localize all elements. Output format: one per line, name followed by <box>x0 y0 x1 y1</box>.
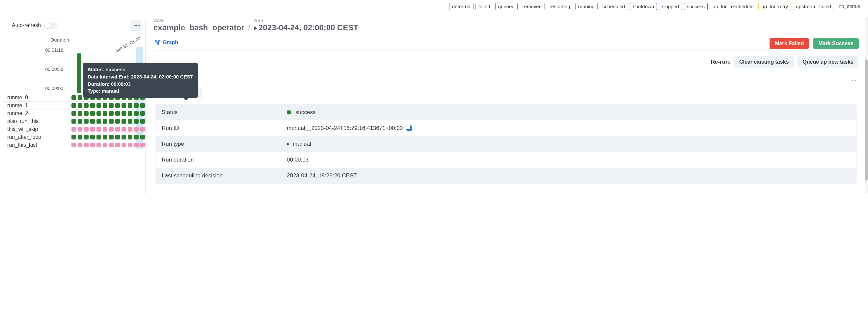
task-instance-cell[interactable] <box>115 127 120 132</box>
legend-removed[interactable]: removed <box>520 3 545 10</box>
legend-up_for_retry[interactable]: up_for_retry <box>758 3 791 10</box>
task-instance-cell[interactable] <box>134 135 138 139</box>
task-instance-cell[interactable] <box>109 111 114 116</box>
task-instance-cell[interactable] <box>128 143 132 147</box>
task-instance-cell[interactable] <box>71 127 76 132</box>
task-instance-cell[interactable] <box>78 135 82 139</box>
task-instance-cell[interactable] <box>128 103 132 108</box>
task-instance-cell[interactable] <box>122 127 126 132</box>
breadcrumb-run-value[interactable]: 2023-04-24, 02:00:00 CEST <box>254 23 358 32</box>
task-instance-cell[interactable] <box>84 119 89 123</box>
task-instance-cell[interactable] <box>103 143 107 147</box>
legend-shutdown[interactable]: shutdown <box>630 3 657 10</box>
task-instance-cell[interactable] <box>78 143 82 147</box>
task-instance-cell[interactable] <box>109 127 114 132</box>
task-instance-cell[interactable] <box>140 119 145 123</box>
task-instance-cell[interactable] <box>78 103 82 108</box>
task-instance-cell[interactable] <box>71 95 76 100</box>
collapse-panel-button[interactable]: →≡ <box>130 20 142 31</box>
vertical-scrollbar[interactable] <box>865 17 868 194</box>
legend-restarting[interactable]: restarting <box>547 3 573 10</box>
task-instance-cell[interactable] <box>84 127 89 132</box>
task-row[interactable]: also_run_this <box>3 117 145 125</box>
task-instance-cell[interactable] <box>115 119 120 123</box>
task-instance-cell[interactable] <box>122 143 126 147</box>
graph-tab[interactable]: Graph <box>153 37 180 50</box>
legend-skipped[interactable]: skipped <box>659 3 682 10</box>
task-instance-cell[interactable] <box>128 111 132 116</box>
breadcrumb-dag-name[interactable]: example_bash_operator <box>153 23 244 32</box>
task-instance-cell[interactable] <box>115 143 120 147</box>
task-instance-cell[interactable] <box>134 103 138 108</box>
task-row[interactable]: runme_1 <box>3 102 145 109</box>
task-instance-cell[interactable] <box>103 111 107 116</box>
task-instance-cell[interactable] <box>122 119 126 123</box>
task-instance-cell[interactable] <box>78 111 82 116</box>
task-instance-cell[interactable] <box>109 103 114 108</box>
task-instance-cell[interactable] <box>96 143 101 147</box>
task-instance-cell[interactable] <box>90 103 95 108</box>
task-instance-cell[interactable] <box>78 119 82 123</box>
task-instance-cell[interactable] <box>140 111 145 116</box>
legend-queued[interactable]: queued <box>495 3 518 10</box>
task-instance-cell[interactable] <box>78 127 82 132</box>
task-instance-cell[interactable] <box>109 143 114 147</box>
task-instance-cell[interactable] <box>71 111 76 116</box>
task-instance-cell[interactable] <box>128 119 132 123</box>
task-row[interactable]: run_after_loop <box>3 133 145 141</box>
task-instance-cell[interactable] <box>78 95 82 100</box>
task-instance-cell[interactable] <box>71 143 76 147</box>
mark-failed-button[interactable]: Mark Failed <box>770 38 809 49</box>
task-row[interactable]: runme_2 <box>3 109 145 117</box>
task-instance-cell[interactable] <box>96 119 101 123</box>
task-row[interactable]: this_will_skip <box>3 125 145 133</box>
task-instance-cell[interactable] <box>71 135 76 139</box>
task-instance-cell[interactable] <box>122 135 126 139</box>
task-instance-cell[interactable] <box>115 111 120 116</box>
task-instance-cell[interactable] <box>84 111 89 116</box>
task-instance-cell[interactable] <box>103 135 107 139</box>
queue-tasks-button[interactable]: Queue up new tasks <box>797 56 859 67</box>
task-row[interactable]: run_this_last <box>3 141 145 149</box>
legend-no-status[interactable]: no_status <box>836 3 863 10</box>
legend-upstream_failed[interactable]: upstream_failed <box>793 3 834 10</box>
legend-success[interactable]: success <box>684 3 708 10</box>
task-instance-cell[interactable] <box>134 119 138 123</box>
notes-collapse-chevron-icon[interactable]: ︿ <box>851 76 857 83</box>
clear-tasks-button[interactable]: Clear existing tasks <box>734 56 794 67</box>
task-instance-cell[interactable] <box>109 119 114 123</box>
legend-running[interactable]: running <box>575 3 598 10</box>
task-instance-cell[interactable] <box>103 119 107 123</box>
task-instance-cell[interactable] <box>140 135 145 139</box>
auto-refresh-toggle[interactable] <box>44 22 57 29</box>
task-instance-cell[interactable] <box>109 135 114 139</box>
task-instance-cell[interactable] <box>122 103 126 108</box>
task-instance-cell[interactable] <box>96 111 101 116</box>
task-instance-cell[interactable] <box>96 103 101 108</box>
task-instance-cell[interactable] <box>140 127 145 132</box>
task-instance-cell[interactable] <box>90 143 95 147</box>
legend-failed[interactable]: failed <box>475 3 493 10</box>
task-instance-cell[interactable] <box>128 127 132 132</box>
task-instance-cell[interactable] <box>140 103 145 108</box>
duration-bar[interactable] <box>77 53 81 93</box>
task-instance-cell[interactable] <box>122 111 126 116</box>
legend-scheduled[interactable]: scheduled <box>600 3 628 10</box>
task-instance-cell[interactable] <box>134 111 138 116</box>
task-instance-cell[interactable] <box>90 111 95 116</box>
task-instance-cell[interactable] <box>90 135 95 139</box>
task-instance-cell[interactable] <box>96 127 101 132</box>
task-instance-cell[interactable] <box>128 135 132 139</box>
task-instance-cell[interactable] <box>90 127 95 132</box>
task-instance-cell[interactable] <box>103 103 107 108</box>
task-instance-cell[interactable] <box>90 119 95 123</box>
task-instance-cell[interactable] <box>84 143 89 147</box>
task-instance-cell[interactable] <box>103 127 107 132</box>
copy-icon[interactable] <box>407 126 412 131</box>
mark-success-button[interactable]: Mark Success <box>813 38 859 49</box>
task-instance-cell[interactable] <box>84 135 89 139</box>
task-instance-cell[interactable] <box>134 127 138 132</box>
task-instance-cell[interactable] <box>134 143 138 147</box>
legend-up_for_reschedule[interactable]: up_for_reschedule <box>710 3 756 10</box>
task-instance-cell[interactable] <box>115 135 120 139</box>
